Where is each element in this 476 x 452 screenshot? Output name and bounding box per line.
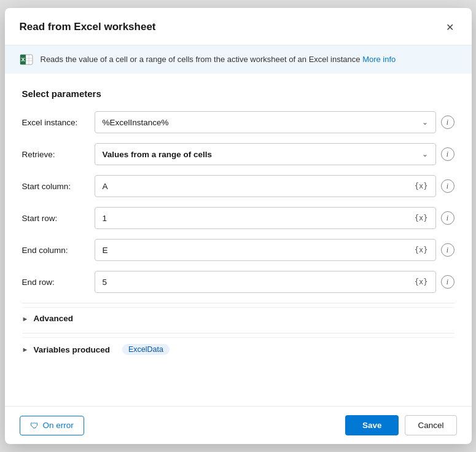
excel-instance-label: Excel instance: xyxy=(22,118,95,127)
end-row-input[interactable]: 5 {x} xyxy=(95,271,436,293)
start-column-input[interactable]: A {x} xyxy=(95,175,436,197)
dialog-title: Read from Excel worksheet xyxy=(20,21,156,33)
end-column-label: End column: xyxy=(22,246,95,255)
save-button[interactable]: Save xyxy=(345,415,399,435)
end-column-value: E xyxy=(103,246,108,255)
svg-text:X: X xyxy=(21,56,25,63)
end-column-row: End column: E {x} i xyxy=(22,239,455,261)
excel-instance-row: Excel instance: %ExcelInstance% ⌄ i xyxy=(22,111,455,133)
excel-instance-dropdown[interactable]: %ExcelInstance% ⌄ xyxy=(95,111,436,133)
end-row-control: 5 {x} i xyxy=(95,271,455,293)
chevron-down-icon: ⌄ xyxy=(422,150,428,158)
section-title: Select parameters xyxy=(22,88,455,99)
excel-instance-value: %ExcelInstance% xyxy=(103,118,169,127)
end-column-control: E {x} i xyxy=(95,239,455,261)
chevron-right-icon: ► xyxy=(22,346,29,353)
variables-label: Variables produced xyxy=(33,345,110,354)
footer-actions: Save Cancel xyxy=(345,415,457,435)
end-column-input[interactable]: E {x} xyxy=(95,239,436,261)
variable-icon: {x} xyxy=(415,278,428,286)
variable-icon: {x} xyxy=(415,214,428,222)
start-row-value: 1 xyxy=(103,214,107,223)
start-column-label: Start column: xyxy=(22,182,95,191)
start-row-control: 1 {x} i xyxy=(95,207,455,229)
close-button[interactable]: ✕ xyxy=(441,18,459,36)
divider xyxy=(22,303,455,303)
variable-icon: {x} xyxy=(415,182,428,190)
end-row-row: End row: 5 {x} i xyxy=(22,271,455,293)
start-row-input[interactable]: 1 {x} xyxy=(95,207,436,229)
excel-instance-info-icon[interactable]: i xyxy=(441,115,455,129)
advanced-label: Advanced xyxy=(33,314,73,323)
end-row-value: 5 xyxy=(103,278,107,287)
dialog-footer: 🛡 On error Save Cancel xyxy=(5,406,472,444)
start-column-control: A {x} i xyxy=(95,175,455,197)
start-row-row: Start row: 1 {x} i xyxy=(22,207,455,229)
retrieve-label: Retrieve: xyxy=(22,150,95,159)
excel-icon: X xyxy=(20,53,33,66)
title-bar: Read from Excel worksheet ✕ xyxy=(5,8,472,45)
banner-text: Reads the value of a cell or a range of … xyxy=(41,53,459,66)
start-column-info-icon[interactable]: i xyxy=(441,179,455,193)
on-error-button[interactable]: 🛡 On error xyxy=(20,416,84,435)
end-column-info-icon[interactable]: i xyxy=(441,243,455,257)
on-error-label: On error xyxy=(43,421,74,430)
end-row-label: End row: xyxy=(22,278,95,287)
chevron-right-icon: ► xyxy=(22,315,29,322)
retrieve-value: Values from a range of cells xyxy=(103,150,213,159)
retrieve-dropdown[interactable]: Values from a range of cells ⌄ xyxy=(95,143,436,165)
chevron-down-icon: ⌄ xyxy=(422,118,428,127)
variable-icon: {x} xyxy=(415,246,428,254)
start-row-info-icon[interactable]: i xyxy=(441,211,455,225)
shield-icon: 🛡 xyxy=(30,421,39,431)
retrieve-row: Retrieve: Values from a range of cells ⌄… xyxy=(22,143,455,165)
more-info-link[interactable]: More info xyxy=(362,55,396,64)
start-row-label: Start row: xyxy=(22,214,95,223)
variables-section[interactable]: ► Variables produced ExcelData xyxy=(22,337,455,361)
cancel-button[interactable]: Cancel xyxy=(405,415,456,435)
retrieve-info-icon[interactable]: i xyxy=(441,147,455,161)
end-row-info-icon[interactable]: i xyxy=(441,275,455,289)
excel-instance-control: %ExcelInstance% ⌄ i xyxy=(95,111,455,133)
retrieve-control: Values from a range of cells ⌄ i xyxy=(95,143,455,165)
info-banner: X Reads the value of a cell or a range o… xyxy=(5,45,472,74)
start-column-row: Start column: A {x} i xyxy=(22,175,455,197)
variable-badge: ExcelData xyxy=(122,344,170,355)
divider2 xyxy=(22,333,455,333)
start-column-value: A xyxy=(103,182,108,191)
advanced-section[interactable]: ► Advanced xyxy=(22,307,455,329)
dialog: Read from Excel worksheet ✕ X Reads the … xyxy=(5,8,472,444)
form-content: Select parameters Excel instance: %Excel… xyxy=(5,74,472,406)
